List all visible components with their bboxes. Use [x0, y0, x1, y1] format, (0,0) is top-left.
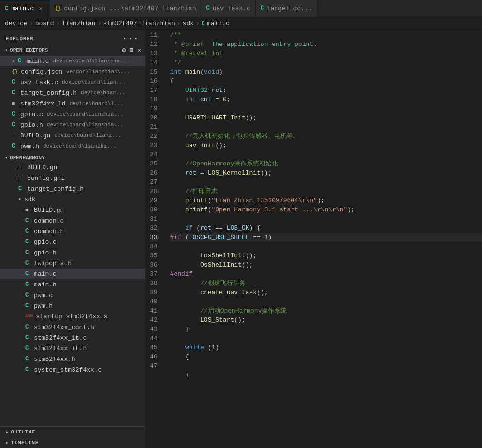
- sdk-gpio-c[interactable]: C gpio.c: [0, 237, 145, 247]
- tab-main-c-label: main.c: [11, 5, 34, 12]
- sdk-main-c-name: main.c: [34, 270, 57, 278]
- tab-main-c[interactable]: C main.c ✕: [0, 0, 50, 17]
- icon-json-config: {}: [12, 69, 18, 75]
- code-area: 11 12 13 14 15 16 17 18 19 20 21 22 23 2…: [145, 30, 482, 448]
- close-x[interactable]: ✕: [12, 58, 15, 64]
- open-file-config-path: vendor\lianzhian\...: [66, 69, 130, 75]
- timeline-chevron: ▸: [6, 440, 9, 446]
- sdk-main-h-name: main.h: [34, 281, 57, 288]
- openharmony-chevron: ▾: [5, 155, 8, 161]
- icon-sdk-build: ≡: [25, 207, 31, 213]
- oh-build-gn[interactable]: ≡ BUILD.gn: [0, 162, 145, 173]
- oh-target-config[interactable]: C target_config.h: [0, 183, 145, 194]
- bc-device[interactable]: device: [5, 20, 28, 27]
- bc-sdk[interactable]: sdk: [183, 20, 194, 27]
- icon-sdk-stm32-h: C: [25, 356, 31, 362]
- oh-config-gni[interactable]: ≡ config.gni: [0, 173, 145, 183]
- open-file-gpio-h[interactable]: C gpio.h device\board\lianzhia...: [0, 119, 145, 130]
- open-editors-section[interactable]: ▾ OPEN EDITORS ⊕ ⊞ ✕: [0, 45, 145, 56]
- sdk-lwipopts[interactable]: C lwipopts.h: [0, 258, 145, 269]
- tab-c-icon-3: C: [261, 5, 264, 12]
- tab-config-json-label: config.json ...∖stm32f407_lianzhian: [64, 4, 196, 12]
- sdk-pwm-c-name: pwm.c: [34, 292, 53, 299]
- sdk-startup[interactable]: ASM startup_stm32f4xx.s: [0, 311, 145, 322]
- outline-panel[interactable]: ▸ OUTLINE: [0, 427, 145, 437]
- close-all-icon[interactable]: ✕: [137, 46, 141, 54]
- sidebar: EXPLORER ··· ▾ OPEN EDITORS ⊕ ⊞ ✕ ✕ C ma…: [0, 30, 145, 448]
- sdk-gpio-c-name: gpio.c: [34, 239, 57, 246]
- sdk-stm32-it-h[interactable]: C stm32f4xx_it.h: [0, 343, 145, 354]
- icon-sdk-conf: C: [25, 324, 31, 330]
- bc-board[interactable]: board: [35, 20, 54, 27]
- open-file-uav-task[interactable]: C uav_task.c device\board\lian...: [0, 77, 145, 88]
- open-file-pwm-path: device\board\lianzhì...: [43, 143, 117, 149]
- openharmony-section[interactable]: ▾ OPENHARMONY: [0, 153, 145, 162]
- open-file-uav-path: device\board\lian...: [62, 79, 126, 85]
- tab-target-co[interactable]: C target_co...: [256, 0, 318, 17]
- icon-sdk-pwm-c: C: [25, 292, 31, 299]
- sdk-stm32-conf[interactable]: C stm32f4xx_conf.h: [0, 322, 145, 332]
- sdk-stm32-it-c[interactable]: C stm32f4xx_it.c: [0, 332, 145, 343]
- icon-sdk-common-c: C: [25, 217, 31, 224]
- open-file-main-c[interactable]: ✕ C main.c device\board\lianzhia...: [0, 56, 145, 66]
- icon-sdk-gpio-c: C: [25, 239, 31, 245]
- open-file-build-path: device\board\lianz...: [54, 133, 121, 138]
- outline-chevron: ▸: [6, 429, 9, 435]
- icon-sdk-it-h: C: [25, 345, 31, 352]
- sdk-system-stm32[interactable]: C system_stm32f4xx.c: [0, 364, 145, 375]
- icon-oh-target: C: [18, 185, 24, 192]
- open-file-config-json[interactable]: {} config.json vendor\lianzhian\...: [0, 66, 145, 77]
- sdk-folder[interactable]: ▾ sdk: [0, 194, 145, 205]
- open-file-stm32-ld[interactable]: ≡ stm32f4xx.ld device\board\l...: [0, 98, 145, 109]
- outline-label: OUTLINE: [11, 429, 35, 435]
- oh-config-gni-name: config.gni: [27, 175, 65, 182]
- tab-json-icon: {}: [55, 5, 61, 11]
- sdk-gpio-h[interactable]: C gpio.h: [0, 247, 145, 258]
- sidebar-scroll[interactable]: ▾ OPEN EDITORS ⊕ ⊞ ✕ ✕ C main.c device\b…: [0, 45, 145, 426]
- sdk-build-name: BUILD.gn: [34, 207, 64, 214]
- sdk-stm32-h[interactable]: C stm32f4xx.h: [0, 354, 145, 364]
- open-file-pwm-h[interactable]: C pwm.h device\board\lianzhì...: [0, 141, 145, 151]
- sdk-pwm-h[interactable]: C pwm.h: [0, 300, 145, 311]
- bc-lianzhian[interactable]: lianzhian: [61, 20, 95, 27]
- tab-uav-task[interactable]: C uav_task.c: [201, 0, 255, 17]
- bc-file-icon: C: [202, 20, 205, 27]
- open-file-target-name: target_config.h: [20, 90, 77, 97]
- sdk-main-h[interactable]: C main.h: [0, 279, 145, 290]
- sdk-pwm-c[interactable]: C pwm.c: [0, 290, 145, 300]
- sdk-main-c[interactable]: C main.c: [0, 269, 145, 279]
- icon-oh-build: ≡: [18, 164, 24, 170]
- tab-close-btn[interactable]: ✕: [37, 5, 44, 13]
- open-file-build-gn[interactable]: ≡ BUILD.gn device\board\lianz...: [0, 130, 145, 141]
- explorer-menu[interactable]: ···: [122, 34, 139, 43]
- timeline-panel[interactable]: ▸ TIMELINE: [0, 437, 145, 448]
- open-editors-chevron: ▾: [5, 47, 8, 53]
- bc-filename[interactable]: main.c: [207, 20, 230, 27]
- icon-sdk-common-h: C: [25, 228, 31, 235]
- breadcrumb: device › board › lianzhian › stm32f407_l…: [0, 17, 482, 30]
- oh-build-name: BUILD.gn: [27, 164, 57, 171]
- code-editor[interactable]: /** * @brief The application entry point…: [162, 30, 482, 448]
- icon-sdk-it-c: C: [25, 334, 31, 341]
- open-file-gpio-c-path: device\board\lianzhia...: [47, 111, 123, 117]
- open-editors-label: OPEN EDITORS: [10, 47, 48, 53]
- icon-c-target: C: [12, 90, 17, 96]
- open-file-gpio-h-path: device\board\lianzhia...: [47, 122, 123, 128]
- open-file-gpio-c-name: gpio.c: [20, 111, 43, 118]
- icon-ld: ≡: [12, 101, 17, 106]
- openharmony-label: OPENHARMONY: [10, 155, 45, 161]
- tab-config-json[interactable]: {} config.json ...∖stm32f407_lianzhian: [50, 0, 201, 17]
- open-file-pwm-name: pwm.h: [20, 143, 39, 150]
- sdk-build-gn[interactable]: ≡ BUILD.gn: [0, 205, 145, 215]
- open-file-uav-name: uav_task.c: [20, 79, 58, 86]
- save-all-icon[interactable]: ⊞: [130, 46, 133, 54]
- tab-target-co-label: target_co...: [267, 5, 312, 12]
- new-file-icon[interactable]: ⊕: [122, 46, 126, 54]
- sdk-common-h[interactable]: C common.h: [0, 226, 145, 237]
- open-file-gpio-c[interactable]: C gpio.c device\board\lianzhia...: [0, 109, 145, 119]
- sdk-stm32-it-c-name: stm32f4xx_it.c: [34, 334, 87, 342]
- bc-stm32[interactable]: stm32f407_lianzhian: [103, 20, 175, 27]
- sdk-common-c[interactable]: C common.c: [0, 215, 145, 226]
- sdk-chevron: ▾: [18, 196, 21, 202]
- open-file-target-config[interactable]: C target_config.h device\boar...: [0, 88, 145, 98]
